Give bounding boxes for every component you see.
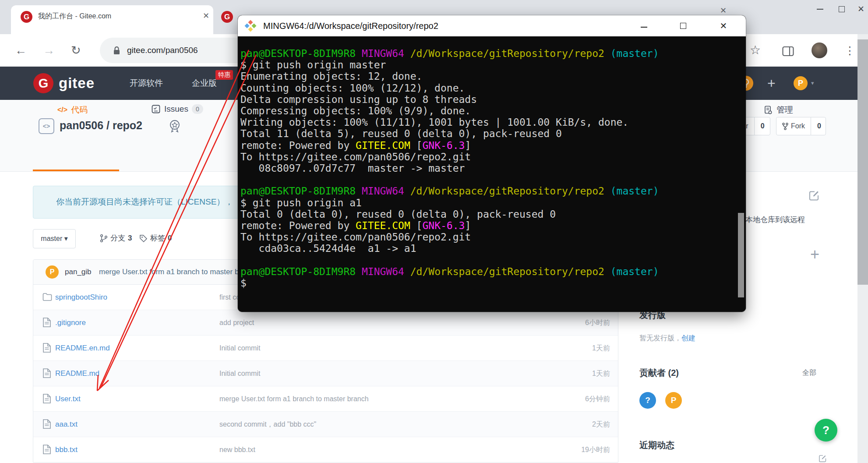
file-icon [42, 343, 52, 355]
tags-link[interactable]: 标签0 [139, 229, 172, 247]
releases-empty-text: 暂无发行版，创建 [639, 334, 695, 343]
browser-tab-gitee[interactable]: G 我的工作台 - Gitee.com ✕ [11, 5, 213, 34]
code-icon: </> [57, 106, 67, 114]
create-plus-icon[interactable]: + [767, 67, 776, 100]
terminal-window[interactable]: MINGW64:/d/Workspace/gitRepository/repo2… [238, 15, 746, 312]
terminal-console[interactable]: pan@DESKTOP-8DIM9R8 MINGW64 /d/Workspace… [238, 36, 746, 312]
file-row[interactable]: README.en.mdInitial commit1天前 [33, 335, 618, 361]
kebab-menu-icon[interactable]: ⋮ [844, 34, 855, 67]
add-plus-icon[interactable]: + [810, 245, 819, 264]
terminal-line: To https://gitee.com/pan0506/repo2.git [240, 231, 659, 243]
terminal-line: Enumerating objects: 12, done. [240, 71, 659, 82]
repo-title[interactable]: pan0506 / repo2 [60, 119, 142, 132]
terminal-line: Total 0 (delta 0), reused 0 (delta 0), p… [240, 209, 659, 220]
terminal-line: remote: Powered by GITEE.COM [GNK-6.3] [240, 220, 659, 231]
terminal-line: 08c8097..07d7c77 master -> master [240, 163, 659, 174]
file-name-link[interactable]: springbootShiro [55, 285, 107, 310]
file-commit-message[interactable]: Initial commit [219, 361, 260, 386]
branches-link[interactable]: 分支3 [100, 229, 132, 247]
file-commit-time: 1天前 [592, 361, 610, 386]
fork-icon [782, 123, 788, 130]
nav-item-opensource[interactable]: 开源软件 [130, 67, 163, 100]
fork-button[interactable]: Fork 0 [776, 117, 826, 135]
tab-code[interactable]: </> 代码 [57, 104, 88, 116]
terminal-close-button[interactable]: ✕ [709, 15, 737, 36]
gitee-brand[interactable]: gitee [59, 67, 95, 100]
page-scrollbar[interactable] [857, 34, 868, 463]
window-minimize-button[interactable] [808, 0, 831, 18]
nav-item-enterprise[interactable]: 企业版 [192, 67, 217, 100]
star-count[interactable]: 0 [754, 117, 771, 135]
terminal-titlebar[interactable]: MINGW64:/d/Workspace/gitRepository/repo2… [238, 15, 746, 36]
file-commit-message[interactable]: merge User.txt form a1 branch to master … [219, 386, 369, 411]
url-text[interactable]: gitee.com/pan0506 [127, 38, 198, 63]
terminal-line: $ git push origin master [240, 59, 659, 71]
manage-icon [763, 105, 773, 115]
tab-issues[interactable]: Issues 0 [151, 104, 203, 114]
terminal-minimize-button[interactable] [630, 15, 658, 36]
window-close-button[interactable]: ✕ [850, 0, 868, 18]
gitee-logo-icon[interactable]: G [33, 73, 53, 93]
terminal-title: MINGW64:/d/Workspace/gitRepository/repo2 [263, 15, 438, 36]
commit-message[interactable]: merge User.txt form a1 branch to master … [99, 260, 258, 284]
file-row[interactable]: aaa.txtsecond commit，add "bbb ccc"2天前 [33, 411, 618, 437]
push-hint-text: 本地仓库到该远程 [745, 215, 805, 225]
avatar-caret-icon[interactable]: ▾ [811, 67, 814, 100]
reload-icon[interactable]: ↻ [71, 34, 81, 67]
terminal-scrollbar-thumb[interactable] [738, 213, 744, 297]
fork-count[interactable]: 0 [811, 117, 827, 135]
scrollbar-thumb[interactable] [857, 39, 868, 285]
browser-profile-avatar[interactable] [812, 42, 827, 58]
repo-code-icon: <> [39, 118, 54, 134]
file-row[interactable]: .gitignoreadd project6小时前 [33, 310, 618, 335]
edit-icon[interactable] [808, 189, 820, 203]
contributor-avatar[interactable]: P [665, 392, 682, 409]
file-commit-time: 6分钟前 [585, 386, 610, 411]
user-avatar[interactable]: P [794, 76, 808, 90]
commit-author[interactable]: pan_gib [65, 260, 92, 284]
gitee-favicon-icon: G [21, 11, 32, 23]
side-panel-icon[interactable] [782, 34, 794, 67]
terminal-line [240, 254, 659, 266]
file-commit-time: 2天前 [592, 412, 610, 437]
issues-count-badge: 0 [192, 104, 203, 114]
terminal-line: remote: Powered by GITEE.COM [GNK-6.3] [240, 140, 659, 151]
create-release-link[interactable]: 创建 [681, 334, 695, 342]
tab-close-icon[interactable]: ✕ [720, 6, 727, 15]
file-commit-message[interactable]: Initial commit [219, 336, 260, 361]
tab-close-icon[interactable]: ✕ [203, 11, 209, 21]
branch-selector[interactable]: master ▾ [33, 229, 76, 248]
file-commit-message[interactable]: new bbb.txt [219, 437, 255, 462]
second-tab-favicon-icon[interactable]: G [221, 11, 233, 23]
file-name-link[interactable]: README.md [55, 361, 99, 386]
terminal-line: Delta compression using up to 8 threads [240, 94, 659, 105]
activity-title: 近期动态 [639, 439, 674, 451]
file-name-link[interactable]: User.txt [55, 386, 81, 411]
commit-author-avatar[interactable]: P [46, 265, 59, 279]
back-icon[interactable]: ← [15, 34, 27, 67]
tab-title: 我的工作台 - Gitee.com [38, 12, 183, 21]
terminal-line [240, 174, 659, 185]
terminal-line: pan@DESKTOP-8DIM9R8 MINGW64 /d/Workspace… [240, 266, 659, 277]
file-name-link[interactable]: README.en.md [55, 336, 110, 361]
feedback-edit-icon[interactable] [817, 454, 829, 463]
medal-icon[interactable] [168, 119, 181, 136]
file-row[interactable]: bbb.txtnew bbb.txt19小时前 [33, 437, 618, 462]
forward-icon[interactable]: → [43, 34, 55, 67]
file-commit-message[interactable]: add project [219, 310, 254, 335]
terminal-line: cda03ca..5424d4e a1 -> a1 [240, 243, 659, 254]
terminal-maximize-button[interactable] [669, 15, 697, 36]
branch-icon [100, 234, 108, 243]
file-row[interactable]: README.mdInitial commit1天前 [33, 361, 618, 386]
file-name-link[interactable]: aaa.txt [55, 412, 78, 437]
help-fab-button[interactable]: ? [815, 419, 837, 442]
bookmark-star-icon[interactable]: ☆ [750, 34, 761, 67]
file-name-link[interactable]: .gitignore [55, 310, 86, 335]
file-row[interactable]: User.txtmerge User.txt form a1 branch to… [33, 386, 618, 411]
file-commit-message[interactable]: second commit，add "bbb ccc" [219, 412, 316, 437]
contributors-all-link[interactable]: 全部 [802, 368, 816, 378]
contributor-avatar[interactable]: ? [639, 392, 656, 409]
tag-count: 0 [168, 229, 172, 247]
tab-manage[interactable]: 管理 [763, 104, 793, 116]
file-name-link[interactable]: bbb.txt [55, 437, 78, 462]
